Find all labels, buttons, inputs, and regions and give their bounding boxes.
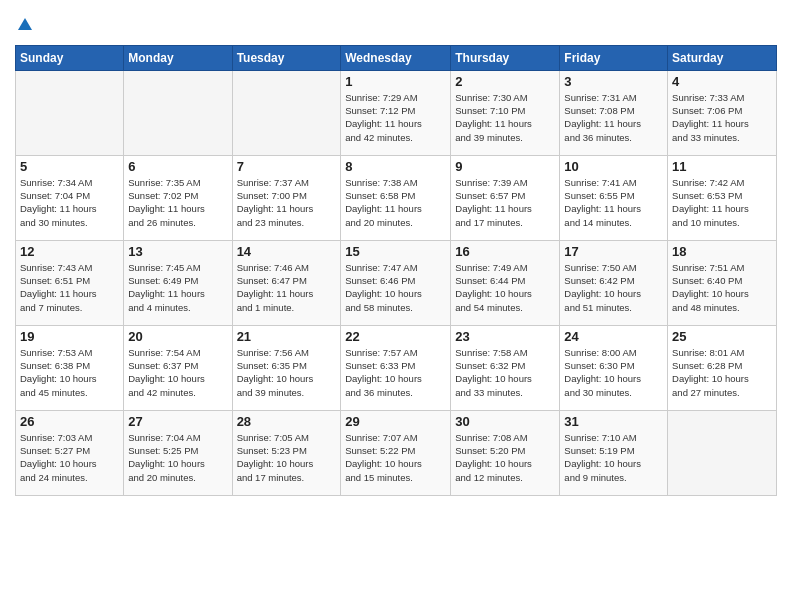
calendar-cell: 7Sunrise: 7:37 AM Sunset: 7:00 PM Daylig… <box>232 155 341 240</box>
day-number: 22 <box>345 329 446 344</box>
day-info: Sunrise: 7:53 AM Sunset: 6:38 PM Dayligh… <box>20 346 119 399</box>
day-number: 17 <box>564 244 663 259</box>
day-info: Sunrise: 7:47 AM Sunset: 6:46 PM Dayligh… <box>345 261 446 314</box>
day-number: 31 <box>564 414 663 429</box>
calendar-cell: 12Sunrise: 7:43 AM Sunset: 6:51 PM Dayli… <box>16 240 124 325</box>
day-info: Sunrise: 7:41 AM Sunset: 6:55 PM Dayligh… <box>564 176 663 229</box>
calendar-cell <box>16 70 124 155</box>
day-info: Sunrise: 7:39 AM Sunset: 6:57 PM Dayligh… <box>455 176 555 229</box>
calendar-week-2: 5Sunrise: 7:34 AM Sunset: 7:04 PM Daylig… <box>16 155 777 240</box>
calendar-cell: 3Sunrise: 7:31 AM Sunset: 7:08 PM Daylig… <box>560 70 668 155</box>
day-number: 21 <box>237 329 337 344</box>
weekday-header-friday: Friday <box>560 45 668 70</box>
day-info: Sunrise: 7:37 AM Sunset: 7:00 PM Dayligh… <box>237 176 337 229</box>
calendar-cell: 18Sunrise: 7:51 AM Sunset: 6:40 PM Dayli… <box>668 240 777 325</box>
day-info: Sunrise: 7:31 AM Sunset: 7:08 PM Dayligh… <box>564 91 663 144</box>
day-info: Sunrise: 7:51 AM Sunset: 6:40 PM Dayligh… <box>672 261 772 314</box>
day-number: 30 <box>455 414 555 429</box>
calendar-cell: 16Sunrise: 7:49 AM Sunset: 6:44 PM Dayli… <box>451 240 560 325</box>
day-number: 8 <box>345 159 446 174</box>
day-info: Sunrise: 7:07 AM Sunset: 5:22 PM Dayligh… <box>345 431 446 484</box>
day-number: 10 <box>564 159 663 174</box>
header <box>15 15 777 35</box>
calendar-week-5: 26Sunrise: 7:03 AM Sunset: 5:27 PM Dayli… <box>16 410 777 495</box>
day-number: 1 <box>345 74 446 89</box>
logo <box>15 15 34 35</box>
day-number: 9 <box>455 159 555 174</box>
day-info: Sunrise: 7:08 AM Sunset: 5:20 PM Dayligh… <box>455 431 555 484</box>
day-number: 28 <box>237 414 337 429</box>
weekday-header-thursday: Thursday <box>451 45 560 70</box>
day-info: Sunrise: 7:35 AM Sunset: 7:02 PM Dayligh… <box>128 176 227 229</box>
day-number: 16 <box>455 244 555 259</box>
day-number: 29 <box>345 414 446 429</box>
calendar-cell: 19Sunrise: 7:53 AM Sunset: 6:38 PM Dayli… <box>16 325 124 410</box>
calendar-cell: 28Sunrise: 7:05 AM Sunset: 5:23 PM Dayli… <box>232 410 341 495</box>
day-info: Sunrise: 7:33 AM Sunset: 7:06 PM Dayligh… <box>672 91 772 144</box>
day-info: Sunrise: 7:29 AM Sunset: 7:12 PM Dayligh… <box>345 91 446 144</box>
day-info: Sunrise: 8:01 AM Sunset: 6:28 PM Dayligh… <box>672 346 772 399</box>
day-number: 25 <box>672 329 772 344</box>
day-info: Sunrise: 7:58 AM Sunset: 6:32 PM Dayligh… <box>455 346 555 399</box>
day-number: 23 <box>455 329 555 344</box>
weekday-header-row: SundayMondayTuesdayWednesdayThursdayFrid… <box>16 45 777 70</box>
calendar-cell: 15Sunrise: 7:47 AM Sunset: 6:46 PM Dayli… <box>341 240 451 325</box>
day-number: 27 <box>128 414 227 429</box>
day-number: 11 <box>672 159 772 174</box>
day-info: Sunrise: 8:00 AM Sunset: 6:30 PM Dayligh… <box>564 346 663 399</box>
day-info: Sunrise: 7:54 AM Sunset: 6:37 PM Dayligh… <box>128 346 227 399</box>
calendar-cell: 6Sunrise: 7:35 AM Sunset: 7:02 PM Daylig… <box>124 155 232 240</box>
calendar-cell: 9Sunrise: 7:39 AM Sunset: 6:57 PM Daylig… <box>451 155 560 240</box>
calendar-cell: 22Sunrise: 7:57 AM Sunset: 6:33 PM Dayli… <box>341 325 451 410</box>
day-info: Sunrise: 7:49 AM Sunset: 6:44 PM Dayligh… <box>455 261 555 314</box>
weekday-header-saturday: Saturday <box>668 45 777 70</box>
day-number: 4 <box>672 74 772 89</box>
logo-icon <box>16 16 34 34</box>
calendar-cell: 31Sunrise: 7:10 AM Sunset: 5:19 PM Dayli… <box>560 410 668 495</box>
day-info: Sunrise: 7:43 AM Sunset: 6:51 PM Dayligh… <box>20 261 119 314</box>
calendar-cell: 10Sunrise: 7:41 AM Sunset: 6:55 PM Dayli… <box>560 155 668 240</box>
day-info: Sunrise: 7:05 AM Sunset: 5:23 PM Dayligh… <box>237 431 337 484</box>
calendar-cell: 11Sunrise: 7:42 AM Sunset: 6:53 PM Dayli… <box>668 155 777 240</box>
calendar-week-4: 19Sunrise: 7:53 AM Sunset: 6:38 PM Dayli… <box>16 325 777 410</box>
calendar-cell: 13Sunrise: 7:45 AM Sunset: 6:49 PM Dayli… <box>124 240 232 325</box>
calendar-cell: 24Sunrise: 8:00 AM Sunset: 6:30 PM Dayli… <box>560 325 668 410</box>
day-info: Sunrise: 7:56 AM Sunset: 6:35 PM Dayligh… <box>237 346 337 399</box>
day-info: Sunrise: 7:03 AM Sunset: 5:27 PM Dayligh… <box>20 431 119 484</box>
day-info: Sunrise: 7:04 AM Sunset: 5:25 PM Dayligh… <box>128 431 227 484</box>
calendar-cell: 17Sunrise: 7:50 AM Sunset: 6:42 PM Dayli… <box>560 240 668 325</box>
weekday-header-sunday: Sunday <box>16 45 124 70</box>
day-number: 13 <box>128 244 227 259</box>
day-number: 2 <box>455 74 555 89</box>
calendar-cell: 5Sunrise: 7:34 AM Sunset: 7:04 PM Daylig… <box>16 155 124 240</box>
calendar-cell: 14Sunrise: 7:46 AM Sunset: 6:47 PM Dayli… <box>232 240 341 325</box>
day-number: 18 <box>672 244 772 259</box>
calendar-cell: 2Sunrise: 7:30 AM Sunset: 7:10 PM Daylig… <box>451 70 560 155</box>
calendar-week-1: 1Sunrise: 7:29 AM Sunset: 7:12 PM Daylig… <box>16 70 777 155</box>
day-info: Sunrise: 7:10 AM Sunset: 5:19 PM Dayligh… <box>564 431 663 484</box>
day-number: 26 <box>20 414 119 429</box>
day-info: Sunrise: 7:45 AM Sunset: 6:49 PM Dayligh… <box>128 261 227 314</box>
calendar-cell: 27Sunrise: 7:04 AM Sunset: 5:25 PM Dayli… <box>124 410 232 495</box>
calendar-cell: 21Sunrise: 7:56 AM Sunset: 6:35 PM Dayli… <box>232 325 341 410</box>
calendar-cell: 4Sunrise: 7:33 AM Sunset: 7:06 PM Daylig… <box>668 70 777 155</box>
calendar-cell: 1Sunrise: 7:29 AM Sunset: 7:12 PM Daylig… <box>341 70 451 155</box>
day-info: Sunrise: 7:38 AM Sunset: 6:58 PM Dayligh… <box>345 176 446 229</box>
day-info: Sunrise: 7:42 AM Sunset: 6:53 PM Dayligh… <box>672 176 772 229</box>
day-number: 3 <box>564 74 663 89</box>
calendar-cell: 23Sunrise: 7:58 AM Sunset: 6:32 PM Dayli… <box>451 325 560 410</box>
calendar-cell <box>124 70 232 155</box>
svg-marker-0 <box>18 18 32 30</box>
day-number: 6 <box>128 159 227 174</box>
calendar-cell: 29Sunrise: 7:07 AM Sunset: 5:22 PM Dayli… <box>341 410 451 495</box>
day-info: Sunrise: 7:50 AM Sunset: 6:42 PM Dayligh… <box>564 261 663 314</box>
calendar-cell: 26Sunrise: 7:03 AM Sunset: 5:27 PM Dayli… <box>16 410 124 495</box>
calendar-cell: 25Sunrise: 8:01 AM Sunset: 6:28 PM Dayli… <box>668 325 777 410</box>
day-number: 14 <box>237 244 337 259</box>
day-number: 12 <box>20 244 119 259</box>
page: SundayMondayTuesdayWednesdayThursdayFrid… <box>0 0 792 612</box>
calendar-cell <box>232 70 341 155</box>
day-number: 15 <box>345 244 446 259</box>
calendar-week-3: 12Sunrise: 7:43 AM Sunset: 6:51 PM Dayli… <box>16 240 777 325</box>
weekday-header-monday: Monday <box>124 45 232 70</box>
